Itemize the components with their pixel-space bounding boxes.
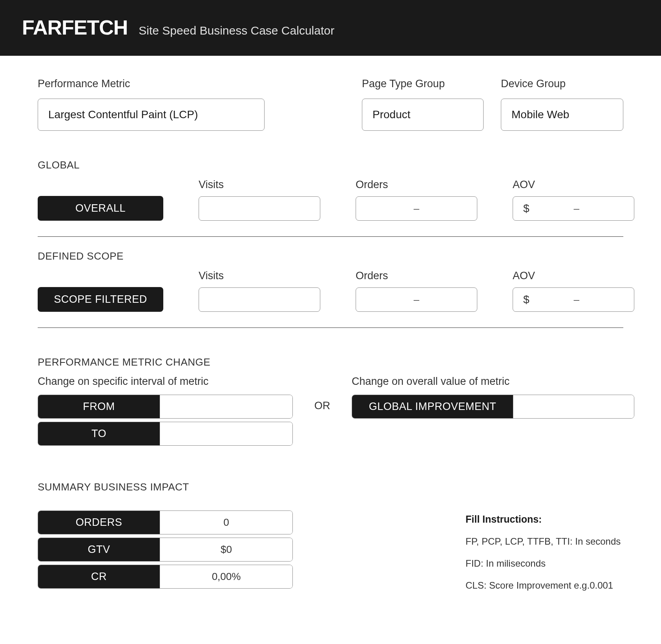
summary-gtv-row: GTV $0 bbox=[38, 538, 293, 562]
app-header: FARFETCH Site Speed Business Case Calcul… bbox=[0, 0, 661, 56]
global-visits-input[interactable] bbox=[199, 196, 320, 221]
to-field: TO bbox=[38, 422, 293, 446]
change-interval-column: Change on specific interval of metric FR… bbox=[38, 375, 293, 446]
scope-section-label: DEFINED SCOPE bbox=[38, 250, 623, 262]
scope-aov-currency: $ bbox=[523, 293, 530, 306]
global-aov-value: $ – bbox=[513, 196, 634, 221]
change-overall-column: Change on overall value of metric GLOBAL… bbox=[352, 375, 634, 419]
global-orders-header: Orders bbox=[356, 179, 477, 191]
global-aov-currency: $ bbox=[523, 202, 530, 215]
scope-orders-value: – bbox=[356, 287, 477, 312]
from-label: FROM bbox=[38, 395, 160, 418]
summary-cr-row: CR 0,00% bbox=[38, 565, 293, 589]
scope-aov-header: AOV bbox=[513, 270, 634, 282]
global-row: . OVERALL Visits Orders – AOV $ – bbox=[38, 178, 623, 237]
metric-select[interactable]: Largest Contentful Paint (LCP) bbox=[38, 99, 265, 131]
global-orders-value: – bbox=[356, 196, 477, 221]
global-improvement-label: GLOBAL IMPROVEMENT bbox=[352, 395, 513, 418]
global-aov-header: AOV bbox=[513, 179, 634, 191]
global-improvement-input[interactable] bbox=[513, 395, 634, 418]
device-label: Device Group bbox=[501, 78, 623, 90]
summary-cr-value: 0,00% bbox=[160, 565, 292, 588]
summary-gtv-value: $0 bbox=[160, 538, 292, 561]
from-field: FROM bbox=[38, 395, 293, 419]
summary-orders-row: ORDERS 0 bbox=[38, 510, 293, 534]
pagetype-label: Page Type Group bbox=[362, 78, 484, 90]
logo: FARFETCH bbox=[22, 16, 128, 39]
summary-table: ORDERS 0 GTV $0 CR 0,00% bbox=[38, 510, 293, 589]
pagetype-select[interactable]: Product bbox=[362, 99, 484, 131]
instructions-title: Fill Instructions: bbox=[466, 514, 623, 525]
change-interval-label: Change on specific interval of metric bbox=[38, 375, 293, 388]
scope-aov-number: – bbox=[530, 294, 624, 306]
summary-gtv-label: GTV bbox=[38, 538, 160, 561]
or-separator: OR bbox=[305, 375, 340, 412]
scope-orders-header: Orders bbox=[356, 270, 477, 282]
scope-filtered-badge: SCOPE FILTERED bbox=[38, 287, 163, 312]
summary-cr-label: CR bbox=[38, 565, 160, 588]
page-title: Site Speed Business Case Calculator bbox=[139, 24, 334, 37]
summary-section: SUMMARY BUSINESS IMPACT ORDERS 0 GTV $0 … bbox=[38, 481, 623, 602]
instructions-line-1: FP, PCP, LCP, TTFB, TTI: In seconds bbox=[466, 536, 623, 547]
scope-aov-value: $ – bbox=[513, 287, 634, 312]
global-visits-header: Visits bbox=[199, 179, 320, 191]
instructions-line-2: FID: In miliseconds bbox=[466, 558, 623, 569]
change-overall-label: Change on overall value of metric bbox=[352, 375, 634, 388]
device-select[interactable]: Mobile Web bbox=[501, 99, 623, 131]
to-label: TO bbox=[38, 422, 160, 445]
change-section: PERFORMANCE METRIC CHANGE Change on spec… bbox=[38, 356, 623, 446]
instructions-panel: Fill Instructions: FP, PCP, LCP, TTFB, T… bbox=[466, 510, 623, 602]
global-improvement-field: GLOBAL IMPROVEMENT bbox=[352, 395, 634, 419]
scope-row: . SCOPE FILTERED Visits Orders – AOV $ – bbox=[38, 269, 623, 328]
main-content: Performance Metric Largest Contentful Pa… bbox=[0, 56, 661, 626]
instructions-line-3: CLS: Score Improvement e.g.0.001 bbox=[466, 580, 623, 591]
change-section-label: PERFORMANCE METRIC CHANGE bbox=[38, 356, 623, 368]
to-input[interactable] bbox=[160, 422, 292, 445]
summary-orders-value: 0 bbox=[160, 511, 292, 534]
metric-label: Performance Metric bbox=[38, 78, 265, 90]
from-input[interactable] bbox=[160, 395, 292, 418]
global-aov-number: – bbox=[530, 203, 624, 215]
global-section-label: GLOBAL bbox=[38, 159, 623, 171]
summary-section-label: SUMMARY BUSINESS IMPACT bbox=[38, 481, 623, 493]
scope-visits-input[interactable] bbox=[199, 287, 320, 312]
scope-visits-header: Visits bbox=[199, 270, 320, 282]
filter-row: Performance Metric Largest Contentful Pa… bbox=[38, 78, 623, 131]
overall-badge: OVERALL bbox=[38, 196, 163, 221]
summary-orders-label: ORDERS bbox=[38, 511, 160, 534]
